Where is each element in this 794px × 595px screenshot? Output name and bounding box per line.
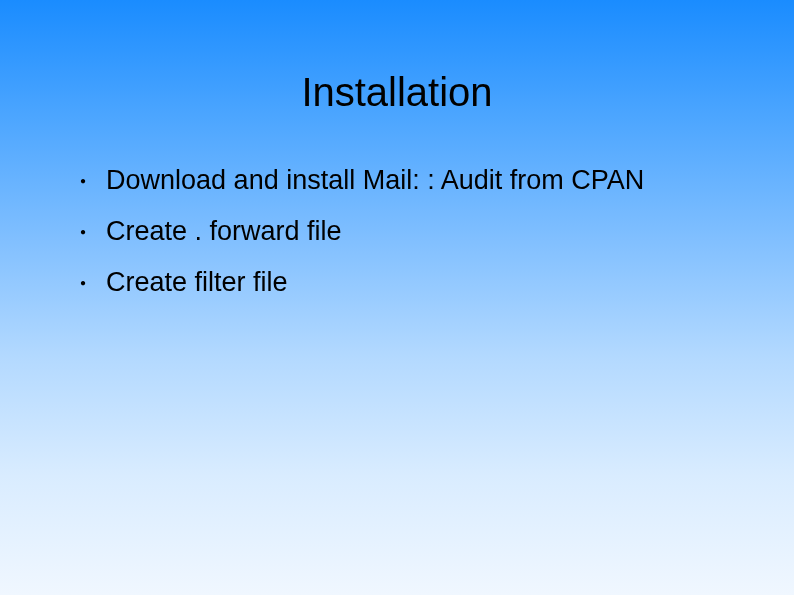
bullet-icon: ● <box>80 175 86 186</box>
bullet-text: Create filter file <box>106 267 288 298</box>
list-item: ● Create filter file <box>80 267 744 298</box>
bullet-text: Download and install Mail: : Audit from … <box>106 165 644 196</box>
bullet-text: Create . forward file <box>106 216 342 247</box>
bullet-list: ● Download and install Mail: : Audit fro… <box>50 165 744 298</box>
list-item: ● Create . forward file <box>80 216 744 247</box>
bullet-icon: ● <box>80 277 86 288</box>
bullet-icon: ● <box>80 226 86 237</box>
list-item: ● Download and install Mail: : Audit fro… <box>80 165 744 196</box>
slide-title: Installation <box>50 70 744 115</box>
slide-container: Installation ● Download and install Mail… <box>0 0 794 595</box>
